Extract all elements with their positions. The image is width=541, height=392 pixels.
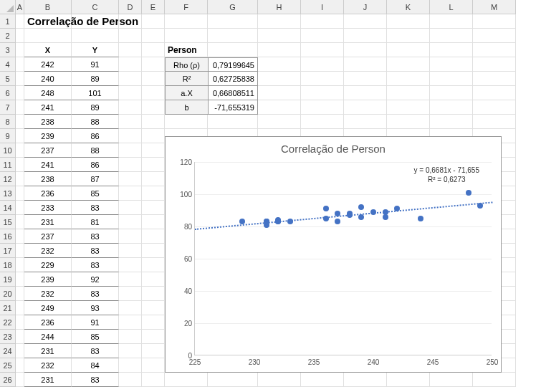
cell[interactable] <box>258 57 301 72</box>
data-x[interactable]: 238 <box>24 172 72 186</box>
cell[interactable] <box>430 100 473 115</box>
row-header-4[interactable]: 4 <box>0 57 16 72</box>
cell[interactable] <box>16 100 24 115</box>
data-y[interactable]: 88 <box>72 143 119 158</box>
cell[interactable] <box>119 201 142 215</box>
data-x[interactable]: 248 <box>24 86 72 100</box>
cell[interactable] <box>142 143 165 158</box>
cell[interactable] <box>165 115 208 129</box>
cell[interactable] <box>16 29 24 43</box>
cell[interactable] <box>142 158 165 172</box>
row-header-26[interactable]: 26 <box>0 373 16 387</box>
cell[interactable] <box>142 86 165 100</box>
col-header-B[interactable]: B <box>24 0 72 14</box>
cell[interactable] <box>344 57 387 72</box>
data-x[interactable]: 229 <box>24 258 72 272</box>
cell[interactable] <box>119 129 142 143</box>
cell[interactable] <box>119 143 142 158</box>
cell[interactable] <box>344 115 387 129</box>
row-header-21[interactable]: 21 <box>0 301 16 315</box>
cell[interactable] <box>119 57 142 72</box>
col-header-H[interactable]: H <box>258 0 301 14</box>
row-header-9[interactable]: 9 <box>0 129 16 143</box>
row-header-2[interactable]: 2 <box>0 29 16 43</box>
data-y[interactable]: 85 <box>72 186 119 201</box>
cell[interactable] <box>119 14 142 29</box>
cell[interactable] <box>16 215 24 229</box>
cell[interactable] <box>473 57 516 72</box>
data-y[interactable]: 87 <box>72 172 119 186</box>
data-y[interactable]: 83 <box>72 344 119 358</box>
cell[interactable] <box>430 14 473 29</box>
cell[interactable] <box>119 315 142 330</box>
cell[interactable] <box>119 29 142 43</box>
data-y[interactable]: 83 <box>72 258 119 272</box>
cell[interactable] <box>430 373 473 387</box>
data-x[interactable]: 241 <box>24 158 72 172</box>
row-header-3[interactable]: 3 <box>0 43 16 57</box>
data-x[interactable]: 244 <box>24 330 72 344</box>
cell[interactable] <box>16 158 24 172</box>
data-y[interactable]: 89 <box>72 72 119 86</box>
cell[interactable] <box>473 115 516 129</box>
stats-label[interactable]: b <box>165 100 208 115</box>
data-x[interactable]: 231 <box>24 344 72 358</box>
cell[interactable] <box>387 29 430 43</box>
cell[interactable] <box>16 86 24 100</box>
cell[interactable] <box>119 100 142 115</box>
cell[interactable] <box>16 358 24 373</box>
row-header-18[interactable]: 18 <box>0 258 16 272</box>
cell[interactable] <box>119 272 142 287</box>
data-x[interactable]: 239 <box>24 129 72 143</box>
cell[interactable] <box>258 43 301 57</box>
cell[interactable] <box>142 373 165 387</box>
cell[interactable] <box>473 373 516 387</box>
row-header-20[interactable]: 20 <box>0 287 16 301</box>
cell[interactable] <box>142 330 165 344</box>
cell[interactable] <box>119 115 142 129</box>
data-y[interactable]: 89 <box>72 100 119 115</box>
cell[interactable] <box>142 201 165 215</box>
cell[interactable] <box>142 344 165 358</box>
cell[interactable] <box>16 373 24 387</box>
cell[interactable] <box>344 373 387 387</box>
cell[interactable] <box>16 272 24 287</box>
data-x[interactable]: 232 <box>24 287 72 301</box>
cell[interactable] <box>119 86 142 100</box>
cell[interactable] <box>119 172 142 186</box>
cell[interactable] <box>344 86 387 100</box>
cell[interactable] <box>119 258 142 272</box>
cell[interactable] <box>16 72 24 86</box>
stats-label[interactable]: Rho (ρ) <box>165 57 208 72</box>
col-header-D[interactable]: D <box>119 0 142 14</box>
cell[interactable] <box>16 115 24 129</box>
cell[interactable] <box>16 344 24 358</box>
cell[interactable] <box>301 86 344 100</box>
cell[interactable] <box>16 287 24 301</box>
data-x[interactable]: 249 <box>24 301 72 315</box>
cell[interactable] <box>473 29 516 43</box>
data-x[interactable]: 232 <box>24 244 72 258</box>
cell[interactable] <box>208 115 258 129</box>
cell[interactable] <box>258 14 301 29</box>
data-y[interactable]: 88 <box>72 115 119 129</box>
col-header-F[interactable]: F <box>165 0 208 14</box>
cell[interactable] <box>142 72 165 86</box>
cell[interactable] <box>344 29 387 43</box>
cell[interactable] <box>142 115 165 129</box>
data-y[interactable]: 83 <box>72 201 119 215</box>
row-header-6[interactable]: 6 <box>0 86 16 100</box>
cell[interactable] <box>208 373 258 387</box>
stats-title[interactable]: Person <box>165 43 208 57</box>
cell[interactable] <box>165 29 208 43</box>
cell[interactable] <box>387 72 430 86</box>
cell[interactable] <box>16 229 24 244</box>
cell[interactable] <box>16 301 24 315</box>
row-header-7[interactable]: 7 <box>0 100 16 115</box>
cell[interactable] <box>16 315 24 330</box>
cell[interactable] <box>473 72 516 86</box>
row-header-17[interactable]: 17 <box>0 244 16 258</box>
cell[interactable] <box>208 14 258 29</box>
cell[interactable] <box>301 29 344 43</box>
cell[interactable] <box>119 373 142 387</box>
